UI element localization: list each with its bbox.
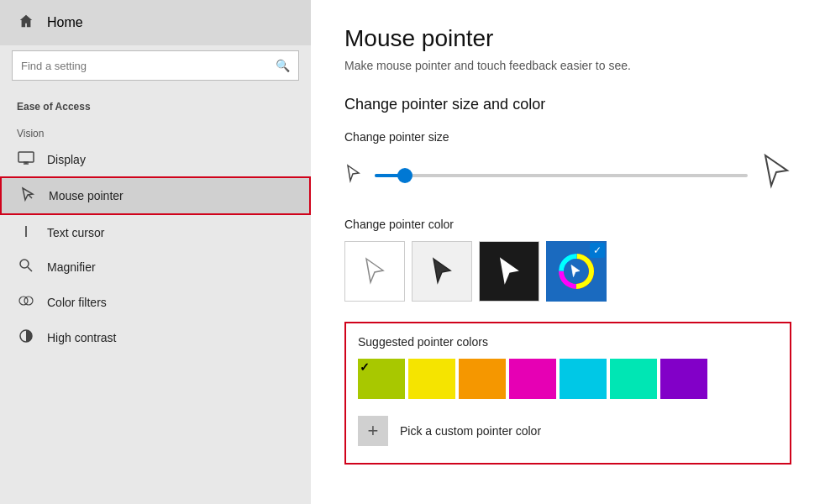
section-title: Change pointer size and color bbox=[344, 96, 791, 113]
swatch-check-icon: ✓ bbox=[360, 360, 370, 374]
home-icon bbox=[17, 13, 35, 32]
color-pointer-options: ✓ bbox=[344, 241, 791, 302]
swatch-yellow[interactable] bbox=[408, 359, 455, 399]
color-filters-icon bbox=[17, 293, 35, 312]
custom-color-row[interactable]: + Pick a custom pointer color bbox=[358, 411, 778, 451]
selected-checkmark: ✓ bbox=[590, 243, 605, 258]
page-title: Mouse pointer bbox=[344, 25, 791, 52]
sidebar-item-high-contrast[interactable]: High contrast bbox=[0, 320, 311, 355]
swatch-orange[interactable] bbox=[459, 359, 506, 399]
svg-line-5 bbox=[28, 267, 32, 271]
suggested-colors-box: Suggested pointer colors ✓ + Pick a cust… bbox=[344, 322, 791, 465]
custom-color-label: Pick a custom pointer color bbox=[400, 424, 541, 438]
section-label: Ease of Access bbox=[0, 92, 311, 118]
page-subtitle: Make mouse pointer and touch feedback ea… bbox=[344, 59, 791, 72]
swatch-magenta[interactable] bbox=[509, 359, 556, 399]
sidebar: Home 🔍 Ease of Access Vision Display Mou… bbox=[0, 0, 311, 504]
color-option-white[interactable] bbox=[344, 241, 405, 302]
main-content: Mouse pointer Make mouse pointer and tou… bbox=[311, 0, 825, 504]
text-cursor-icon: I bbox=[17, 223, 35, 241]
display-icon bbox=[17, 151, 35, 168]
search-box[interactable]: 🔍 bbox=[12, 50, 299, 81]
magnifier-icon bbox=[17, 258, 35, 276]
mouse-pointer-icon bbox=[18, 186, 37, 205]
home-label: Home bbox=[47, 15, 83, 30]
sidebar-item-magnifier[interactable]: Magnifier bbox=[0, 249, 311, 285]
sidebar-item-color-filters[interactable]: Color filters bbox=[0, 285, 311, 320]
high-contrast-label: High contrast bbox=[47, 331, 116, 344]
pointer-color-label: Change pointer color bbox=[344, 218, 791, 231]
color-swatches: ✓ bbox=[358, 359, 778, 399]
pointer-size-slider-container bbox=[344, 154, 791, 197]
pointer-size-label: Change pointer size bbox=[344, 130, 791, 144]
swatch-yellow-green[interactable]: ✓ bbox=[358, 359, 405, 399]
text-cursor-label: Text cursor bbox=[47, 226, 104, 239]
sidebar-item-text-cursor[interactable]: I Text cursor bbox=[0, 215, 311, 249]
color-option-custom[interactable]: ✓ bbox=[546, 241, 607, 302]
sidebar-item-mouse-pointer[interactable]: Mouse pointer bbox=[0, 176, 311, 215]
svg-rect-0 bbox=[18, 152, 34, 162]
svg-point-4 bbox=[20, 260, 29, 268]
swatch-teal[interactable] bbox=[610, 359, 657, 399]
search-icon: 🔍 bbox=[276, 59, 290, 72]
slider-thumb[interactable] bbox=[397, 168, 412, 183]
cursor-small-icon bbox=[344, 164, 361, 188]
search-input[interactable] bbox=[21, 60, 276, 72]
cursor-large-icon bbox=[761, 154, 791, 197]
pointer-size-slider[interactable] bbox=[375, 174, 748, 177]
svg-point-6 bbox=[19, 297, 28, 305]
display-label: Display bbox=[47, 153, 86, 166]
swatch-cyan[interactable] bbox=[560, 359, 607, 399]
vision-label: Vision bbox=[0, 118, 311, 143]
swatch-purple[interactable] bbox=[660, 359, 707, 399]
suggested-title: Suggested pointer colors bbox=[358, 335, 778, 349]
sidebar-home-button[interactable]: Home bbox=[0, 0, 311, 45]
add-custom-color-button[interactable]: + bbox=[358, 416, 388, 446]
color-option-black-fill[interactable] bbox=[479, 241, 539, 302]
magnifier-label: Magnifier bbox=[47, 260, 96, 274]
high-contrast-icon bbox=[17, 328, 35, 347]
sidebar-item-display[interactable]: Display bbox=[0, 143, 311, 176]
color-filters-label: Color filters bbox=[47, 296, 107, 309]
svg-point-7 bbox=[24, 297, 33, 305]
color-option-black-outline[interactable] bbox=[412, 241, 472, 302]
mouse-pointer-label: Mouse pointer bbox=[49, 189, 123, 202]
